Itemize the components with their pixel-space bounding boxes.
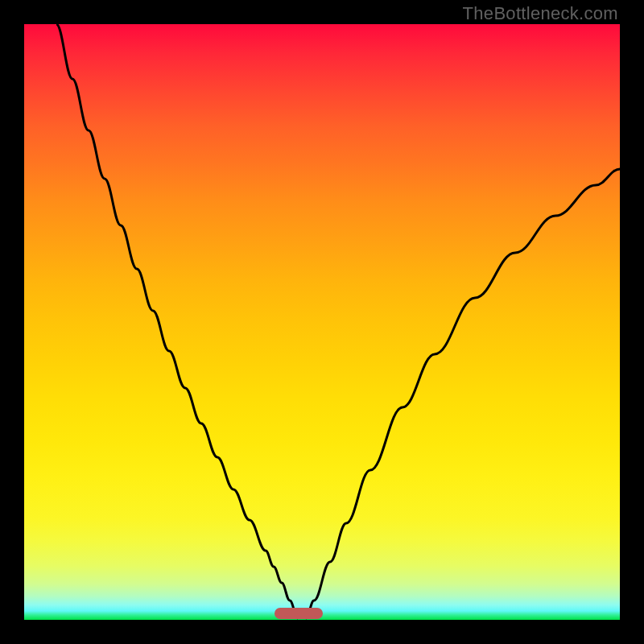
- right-curve-line: [306, 169, 620, 618]
- left-curve-line: [56, 24, 298, 618]
- curve-plot: [24, 24, 620, 620]
- watermark-text: TheBottleneck.com: [463, 3, 618, 24]
- bottleneck-marker: [275, 608, 323, 619]
- chart-area: [24, 24, 620, 620]
